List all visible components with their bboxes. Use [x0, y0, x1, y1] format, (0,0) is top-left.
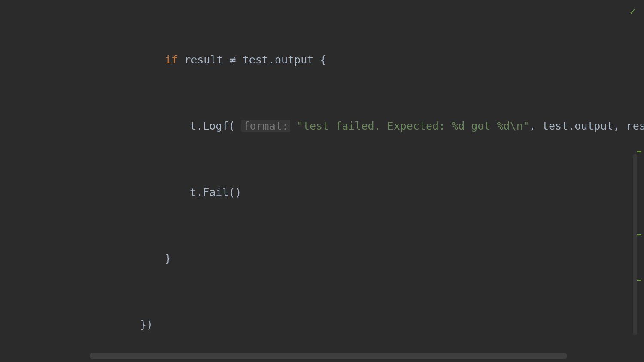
identifier: test.output: [542, 120, 614, 132]
fn-call-fail: Fail: [203, 186, 228, 199]
code-line[interactable]: if result ≠ test.output {: [0, 52, 644, 69]
dot: .: [196, 186, 203, 199]
code-line[interactable]: t.Fail(): [0, 184, 644, 201]
dot: .: [196, 120, 203, 132]
identifier: test.output: [243, 54, 314, 66]
parens: (): [228, 186, 241, 199]
code-editor[interactable]: ✓ if result ≠ test.output { t.Logf( form…: [0, 0, 644, 362]
paren-open: (: [228, 120, 235, 132]
fn-call-logf: Logf: [203, 120, 228, 132]
code-area[interactable]: if result ≠ test.output { t.Logf( format…: [0, 2, 644, 362]
identifier: result: [184, 54, 223, 66]
change-marker: [637, 234, 641, 235]
keyword-if: if: [165, 54, 178, 66]
brace-close: }): [140, 318, 153, 331]
change-markers: [640, 0, 641, 362]
comma: ,: [529, 120, 536, 132]
brace-close: }: [165, 252, 171, 265]
brace-open: {: [320, 54, 326, 66]
change-marker: [637, 280, 641, 281]
scrollbar-vertical[interactable]: [633, 154, 637, 335]
identifier: t: [190, 186, 196, 199]
string-literal: "test failed. Expected: %d got %d\n": [297, 120, 529, 132]
change-marker: [637, 151, 641, 152]
scrollbar-horizontal[interactable]: [90, 353, 567, 359]
identifier: t: [190, 120, 196, 132]
code-line[interactable]: t.Logf( format: "test failed. Expected: …: [0, 118, 644, 135]
code-line[interactable]: }): [0, 317, 644, 333]
operator-neq: ≠: [230, 54, 236, 66]
comma: ,: [613, 120, 620, 132]
parameter-hint: format:: [241, 120, 290, 132]
code-line[interactable]: }: [0, 250, 644, 267]
